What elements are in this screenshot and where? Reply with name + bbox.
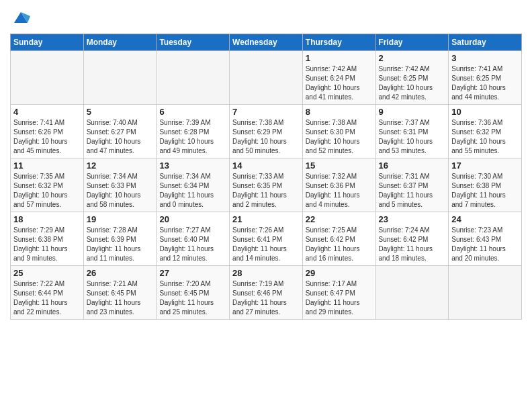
day-info: Sunrise: 7:24 AM Sunset: 6:42 PM Dayligh… [379, 226, 446, 263]
calendar-cell: 11Sunrise: 7:35 AM Sunset: 6:32 PM Dayli… [11, 158, 84, 212]
week-row-2: 4Sunrise: 7:41 AM Sunset: 6:26 PM Daylig… [11, 105, 522, 158]
day-number: 8 [306, 107, 373, 117]
logo-bird-icon [11, 9, 30, 26]
day-number: 23 [379, 214, 446, 224]
calendar-cell: 5Sunrise: 7:40 AM Sunset: 6:27 PM Daylig… [83, 105, 157, 158]
weekday-header-monday: Monday [83, 34, 157, 51]
calendar-cell: 18Sunrise: 7:29 AM Sunset: 6:38 PM Dayli… [11, 212, 84, 266]
day-number: 4 [13, 107, 81, 117]
calendar-cell: 21Sunrise: 7:26 AM Sunset: 6:41 PM Dayli… [230, 212, 303, 266]
calendar-cell: 24Sunrise: 7:23 AM Sunset: 6:43 PM Dayli… [449, 212, 522, 266]
calendar-cell [11, 51, 84, 105]
day-info: Sunrise: 7:31 AM Sunset: 6:37 PM Dayligh… [379, 172, 446, 210]
day-number: 18 [13, 214, 81, 224]
calendar-cell: 8Sunrise: 7:38 AM Sunset: 6:30 PM Daylig… [302, 105, 375, 158]
page: SundayMondayTuesdayWednesdayThursdayFrid… [0, 0, 532, 411]
calendar-cell: 27Sunrise: 7:20 AM Sunset: 6:45 PM Dayli… [157, 266, 230, 320]
day-info: Sunrise: 7:30 AM Sunset: 6:38 PM Dayligh… [451, 172, 519, 210]
day-number: 28 [232, 268, 300, 278]
weekday-header-friday: Friday [375, 34, 449, 51]
day-info: Sunrise: 7:38 AM Sunset: 6:29 PM Dayligh… [232, 118, 300, 156]
weekday-header-sunday: Sunday [11, 34, 84, 51]
day-number: 5 [87, 107, 154, 117]
day-number: 10 [451, 107, 519, 117]
day-number: 15 [306, 161, 373, 171]
day-info: Sunrise: 7:41 AM Sunset: 6:25 PM Dayligh… [451, 64, 519, 102]
week-row-1: 1Sunrise: 7:42 AM Sunset: 6:24 PM Daylig… [11, 51, 522, 105]
calendar-cell: 10Sunrise: 7:36 AM Sunset: 6:32 PM Dayli… [449, 105, 522, 158]
day-number: 13 [159, 161, 226, 171]
calendar-cell: 2Sunrise: 7:42 AM Sunset: 6:25 PM Daylig… [375, 51, 449, 105]
day-number: 22 [306, 214, 373, 224]
calendar-cell: 12Sunrise: 7:34 AM Sunset: 6:33 PM Dayli… [83, 158, 157, 212]
calendar-cell: 14Sunrise: 7:33 AM Sunset: 6:35 PM Dayli… [230, 158, 303, 212]
day-info: Sunrise: 7:21 AM Sunset: 6:45 PM Dayligh… [87, 279, 154, 317]
day-info: Sunrise: 7:19 AM Sunset: 6:46 PM Dayligh… [232, 279, 300, 317]
day-info: Sunrise: 7:34 AM Sunset: 6:33 PM Dayligh… [87, 172, 154, 210]
calendar-cell: 9Sunrise: 7:37 AM Sunset: 6:31 PM Daylig… [375, 105, 449, 158]
day-number: 3 [451, 53, 519, 63]
weekday-header-wednesday: Wednesday [230, 34, 303, 51]
day-info: Sunrise: 7:20 AM Sunset: 6:45 PM Dayligh… [159, 279, 226, 317]
day-number: 6 [159, 107, 226, 117]
day-info: Sunrise: 7:36 AM Sunset: 6:32 PM Dayligh… [451, 118, 519, 156]
calendar-cell: 19Sunrise: 7:28 AM Sunset: 6:39 PM Dayli… [83, 212, 157, 266]
calendar-cell: 28Sunrise: 7:19 AM Sunset: 6:46 PM Dayli… [230, 266, 303, 320]
calendar-cell: 13Sunrise: 7:34 AM Sunset: 6:34 PM Dayli… [157, 158, 230, 212]
day-info: Sunrise: 7:39 AM Sunset: 6:28 PM Dayligh… [159, 118, 226, 156]
day-info: Sunrise: 7:29 AM Sunset: 6:38 PM Dayligh… [13, 226, 81, 263]
day-info: Sunrise: 7:37 AM Sunset: 6:31 PM Dayligh… [379, 118, 446, 156]
day-info: Sunrise: 7:28 AM Sunset: 6:39 PM Dayligh… [87, 226, 154, 263]
day-number: 20 [159, 214, 226, 224]
day-number: 9 [379, 107, 446, 117]
calendar-cell: 20Sunrise: 7:27 AM Sunset: 6:40 PM Dayli… [157, 212, 230, 266]
day-number: 24 [451, 214, 519, 224]
calendar-cell: 17Sunrise: 7:30 AM Sunset: 6:38 PM Dayli… [449, 158, 522, 212]
calendar-cell: 4Sunrise: 7:41 AM Sunset: 6:26 PM Daylig… [11, 105, 84, 158]
day-info: Sunrise: 7:41 AM Sunset: 6:26 PM Dayligh… [13, 118, 81, 156]
day-info: Sunrise: 7:38 AM Sunset: 6:30 PM Dayligh… [306, 118, 373, 156]
weekday-header-thursday: Thursday [302, 34, 375, 51]
calendar-cell: 1Sunrise: 7:42 AM Sunset: 6:24 PM Daylig… [302, 51, 375, 105]
day-number: 11 [13, 161, 81, 171]
logo [10, 9, 30, 30]
day-number: 25 [13, 268, 81, 278]
day-info: Sunrise: 7:35 AM Sunset: 6:32 PM Dayligh… [13, 172, 81, 210]
day-number: 27 [159, 268, 226, 278]
day-number: 29 [306, 268, 373, 278]
day-info: Sunrise: 7:25 AM Sunset: 6:42 PM Dayligh… [306, 226, 373, 263]
day-info: Sunrise: 7:27 AM Sunset: 6:40 PM Dayligh… [159, 226, 226, 263]
calendar-cell: 3Sunrise: 7:41 AM Sunset: 6:25 PM Daylig… [449, 51, 522, 105]
calendar-cell: 26Sunrise: 7:21 AM Sunset: 6:45 PM Dayli… [83, 266, 157, 320]
day-info: Sunrise: 7:40 AM Sunset: 6:27 PM Dayligh… [87, 118, 154, 156]
calendar-cell [157, 51, 230, 105]
day-number: 16 [379, 161, 446, 171]
calendar-cell [83, 51, 157, 105]
calendar-cell [230, 51, 303, 105]
day-number: 1 [306, 53, 373, 63]
day-number: 14 [232, 161, 300, 171]
week-row-5: 25Sunrise: 7:22 AM Sunset: 6:44 PM Dayli… [11, 266, 522, 320]
calendar-cell: 16Sunrise: 7:31 AM Sunset: 6:37 PM Dayli… [375, 158, 449, 212]
day-number: 17 [451, 161, 519, 171]
calendar-cell: 23Sunrise: 7:24 AM Sunset: 6:42 PM Dayli… [375, 212, 449, 266]
day-number: 21 [232, 214, 300, 224]
calendar-cell: 29Sunrise: 7:17 AM Sunset: 6:47 PM Dayli… [302, 266, 375, 320]
day-info: Sunrise: 7:22 AM Sunset: 6:44 PM Dayligh… [13, 279, 81, 317]
calendar: SundayMondayTuesdayWednesdayThursdayFrid… [10, 34, 522, 320]
day-info: Sunrise: 7:32 AM Sunset: 6:36 PM Dayligh… [306, 172, 373, 210]
calendar-cell: 15Sunrise: 7:32 AM Sunset: 6:36 PM Dayli… [302, 158, 375, 212]
day-info: Sunrise: 7:26 AM Sunset: 6:41 PM Dayligh… [232, 226, 300, 263]
calendar-cell: 25Sunrise: 7:22 AM Sunset: 6:44 PM Dayli… [11, 266, 84, 320]
day-number: 7 [232, 107, 300, 117]
calendar-cell: 6Sunrise: 7:39 AM Sunset: 6:28 PM Daylig… [157, 105, 230, 158]
calendar-cell [375, 266, 449, 320]
day-info: Sunrise: 7:33 AM Sunset: 6:35 PM Dayligh… [232, 172, 300, 210]
day-info: Sunrise: 7:42 AM Sunset: 6:25 PM Dayligh… [379, 64, 446, 102]
header [10, 7, 522, 30]
day-info: Sunrise: 7:42 AM Sunset: 6:24 PM Dayligh… [306, 64, 373, 102]
week-row-4: 18Sunrise: 7:29 AM Sunset: 6:38 PM Dayli… [11, 212, 522, 266]
day-info: Sunrise: 7:17 AM Sunset: 6:47 PM Dayligh… [306, 279, 373, 317]
calendar-cell [449, 266, 522, 320]
week-row-3: 11Sunrise: 7:35 AM Sunset: 6:32 PM Dayli… [11, 158, 522, 212]
